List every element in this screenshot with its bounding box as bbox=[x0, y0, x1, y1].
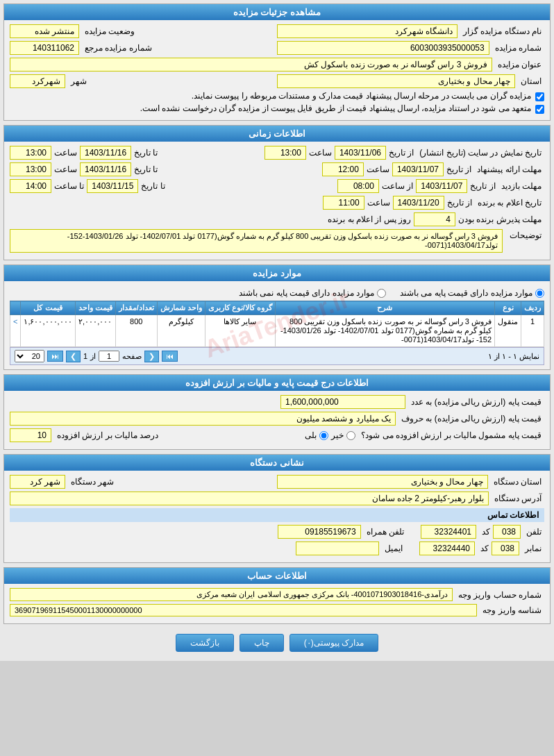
morad-radio2[interactable] bbox=[377, 289, 386, 298]
auction-number-label: شماره مزایده bbox=[492, 42, 544, 54]
time-label4: تاریخ اعلام به برنده bbox=[475, 196, 544, 209]
time-to-time1: 13:00 bbox=[10, 146, 51, 160]
col-unit-price: قیمت واحد bbox=[75, 301, 115, 315]
account-section: اطلاعات حساب شماره حساب واریز وجه درآمدی… bbox=[3, 567, 551, 624]
tax-no-radio[interactable] bbox=[346, 431, 355, 440]
cell-type: منقول bbox=[495, 315, 521, 347]
morad-radio1[interactable] bbox=[535, 289, 544, 298]
time-accept-days: 4 bbox=[414, 212, 455, 226]
print-button[interactable]: چاپ bbox=[240, 634, 284, 652]
page-next-btn[interactable]: ❮ bbox=[144, 351, 159, 362]
org-city-label: شهر دستگاه bbox=[68, 476, 117, 488]
price-row1: قیمت پایه (ارزش ریالی مزایده) به عدد 1,6… bbox=[10, 395, 544, 409]
col-type: نوع bbox=[495, 301, 521, 315]
tax-no-label: خیر bbox=[331, 430, 344, 440]
page-input[interactable] bbox=[99, 351, 119, 362]
cell-total: ۱,۶۰۰,۰۰۰,۰۰۰ bbox=[21, 315, 75, 347]
page-first-btn[interactable]: ⏭ bbox=[47, 351, 63, 362]
attachments-button[interactable]: مدارک پیوستی(۰) bbox=[289, 634, 378, 652]
items-table: ردیف نوع شرح گروه کالا/نوع کاربری واحد ش… bbox=[10, 301, 544, 347]
account-header: اطلاعات حساب bbox=[4, 568, 550, 584]
checkbox1[interactable] bbox=[535, 92, 544, 101]
tax-percent-value: 10 bbox=[10, 428, 51, 442]
cell-edit[interactable]: > bbox=[10, 315, 21, 347]
fax-number: 32324440 bbox=[419, 541, 475, 555]
sheba-label: شناسه واریز وجه bbox=[480, 604, 544, 616]
account-row2: شناسه واریز وجه 369071969115450001130000… bbox=[10, 604, 544, 616]
ref-number-value: 140311062 bbox=[10, 41, 79, 55]
auction-name-group: نام دستگاه مزایده گزار دانشگاه شهرکرد bbox=[277, 24, 544, 38]
morad-label2: موارد مزایده دارای قیمت پایه نمی باشند bbox=[239, 288, 374, 298]
time-to-date3: 1403/11/15 bbox=[87, 179, 138, 193]
base-price-value: 1,600,000,000 bbox=[280, 395, 405, 409]
org-city-group: شهر دستگاه شهر کرد bbox=[10, 475, 277, 489]
time-to-time3: 14:00 bbox=[10, 179, 51, 193]
page-last-btn[interactable]: ⏮ bbox=[162, 351, 178, 362]
org-province-group: استان دستگاه چهار محال و بختیاری bbox=[277, 475, 544, 489]
morad-label1: موارد مزایده دارای قیمت پایه می باشند bbox=[400, 288, 532, 298]
time-from-date2: 1403/11/07 bbox=[392, 162, 444, 176]
ref-number-label: شماره مزایده مرجع bbox=[82, 42, 155, 54]
org-address-value: بلوار رهبر-کیلومتر 2 جاده سامان bbox=[10, 492, 489, 505]
cell-unit: کیلوگرم bbox=[157, 315, 205, 347]
cb2-label: متعهد می شود در استناد مزایده، ارسال پیش… bbox=[140, 103, 531, 113]
time-from-time1: 13:00 bbox=[265, 146, 306, 160]
bottom-buttons: مدارک پیوستی(۰) چاپ بازگشت bbox=[3, 628, 551, 657]
province-value: چهار محال و بختیاری bbox=[277, 74, 515, 88]
base-price-text-value: یک میلیارد و ششصد میلیون bbox=[10, 412, 396, 426]
morad-item1: موارد مزایده دارای قیمت پایه می باشند bbox=[400, 288, 544, 298]
account-value: درآمدی-4001071903018416- بانک مرکزی جمهو… bbox=[10, 588, 453, 601]
details-body: نام دستگاه مزایده گزار دانشگاه شهرکرد وض… bbox=[4, 20, 550, 120]
auction-number-value: 6003003935000053 bbox=[277, 41, 489, 55]
details-section: مشاهده جزئیات مزایده نام دستگاه مزایده گ… bbox=[3, 3, 551, 121]
account-label: شماره حساب واریز وجه bbox=[455, 589, 544, 601]
cb1-label: مزایده گران می بایست در مرحله ارسال پیشن… bbox=[192, 91, 531, 101]
items-header: موارد مزایده bbox=[4, 265, 550, 281]
city-value: شهرکرد bbox=[10, 74, 65, 88]
tel-number: 32324401 bbox=[421, 525, 476, 539]
account-body: شماره حساب واریز وجه درآمدی-400107190301… bbox=[4, 584, 550, 623]
org-header: نشانی دستگاه bbox=[4, 455, 550, 471]
base-price-text-label: قیمت پایه (ارزش ریالی مزایده) به حروف bbox=[398, 412, 544, 425]
tel-code: 038 bbox=[493, 525, 521, 539]
price-body: قیمت پایه (ارزش ریالی مزایده) به عدد 1,6… bbox=[4, 391, 550, 449]
org-province-value: چهار محال و بختیاری bbox=[277, 475, 488, 489]
org-section: نشانی دستگاه استان دستگاه چهار محال و بخ… bbox=[3, 454, 551, 563]
mobile-value: 09185519673 bbox=[278, 525, 361, 539]
time-label5: مهلت پذیرش برنده بودن bbox=[455, 213, 544, 226]
time-to-date2: 1403/11/16 bbox=[80, 162, 131, 176]
page-total: 1 bbox=[83, 352, 87, 360]
time-from-date1: 1403/11/06 bbox=[335, 146, 386, 160]
col-qty: تعداد/مقدار bbox=[115, 301, 157, 315]
morad-radios: موارد مزایده دارای قیمت پایه می باشند مو… bbox=[10, 285, 544, 301]
time-from-time2: 12:00 bbox=[322, 162, 364, 176]
table-row: 1 منقول فروش 3 راس گوساله نر به صورت زند… bbox=[10, 315, 544, 347]
tel-label: تلفن bbox=[523, 526, 544, 538]
time-label2: مهلت ارائه پیشنهاد bbox=[474, 163, 544, 176]
org-body: استان دستگاه چهار محال و بختیاری شهر دست… bbox=[4, 471, 550, 562]
details-header: مشاهده جزئیات مزایده bbox=[4, 4, 550, 20]
city-label: شهر bbox=[68, 75, 90, 87]
tax-yes-radio[interactable] bbox=[319, 431, 328, 440]
checkbox2[interactable] bbox=[535, 105, 544, 114]
city-group: شهر شهرکرد bbox=[10, 74, 277, 88]
email-value bbox=[296, 541, 379, 555]
price-section: اطلاعات درج قیمت پایه و مالیات بر ارزش ا… bbox=[3, 374, 551, 450]
morad-item2: موارد مزایده دارای قیمت پایه نمی باشند bbox=[239, 288, 386, 298]
status-group: وضعیت مزایده منتشر شده bbox=[10, 24, 277, 38]
title-value: فروش 3 راس گوساله نر به صورت زنده باسکول… bbox=[10, 58, 492, 72]
page-size-select[interactable]: 20 50 100 bbox=[15, 350, 44, 362]
details-row4: استان چهار محال و بختیاری شهر شهرکرد bbox=[10, 74, 544, 88]
time-to-date1: 1403/11/16 bbox=[80, 146, 131, 160]
table-container: AriaTender.ir ردیف نوع شرح گروه کالا/نوع… bbox=[10, 301, 544, 347]
details-row3: عنوان مزایده فروش 3 راس گوساله نر به صور… bbox=[10, 58, 544, 72]
province-group: استان چهار محال و بختیاری bbox=[277, 74, 544, 88]
price-row2: قیمت پایه (ارزش ریالی مزایده) به حروف یک… bbox=[10, 412, 544, 426]
email-label: ایمیل bbox=[382, 542, 405, 555]
time-label3: مهلت بازدید bbox=[498, 180, 544, 192]
org-row1: استان دستگاه چهار محال و بختیاری شهر دست… bbox=[10, 475, 544, 489]
auction-name-value: دانشگاه شهرکرد bbox=[277, 24, 458, 38]
back-button[interactable]: بازگشت bbox=[176, 634, 234, 652]
page-prev-btn[interactable]: ❯ bbox=[66, 351, 81, 362]
time-row2: مهلت ارائه پیشنهاد از تاریخ 1403/11/07 س… bbox=[10, 162, 544, 176]
